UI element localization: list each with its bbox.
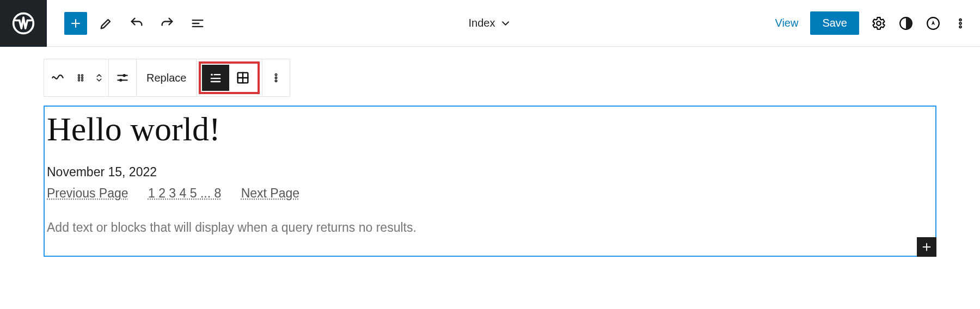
edit-tool-icon[interactable] (95, 12, 118, 35)
chevron-down-icon (499, 17, 511, 29)
display-settings-icon[interactable] (109, 61, 136, 94)
svg-point-10 (82, 77, 83, 79)
undo-icon[interactable] (125, 12, 148, 35)
template-name: Index (469, 17, 495, 29)
post-date[interactable]: November 15, 2022 (45, 165, 935, 184)
layout-toggle-highlight (199, 61, 260, 94)
drag-handle-icon[interactable] (71, 61, 90, 94)
view-link[interactable]: View (775, 17, 798, 29)
template-selector[interactable]: Index (469, 17, 512, 29)
svg-point-11 (78, 79, 80, 81)
svg-point-7 (78, 75, 80, 76)
pagination-prev[interactable]: Previous Page (47, 186, 128, 200)
query-loop-block-icon[interactable] (44, 61, 71, 94)
navigation-icon[interactable] (926, 16, 941, 31)
move-up-down-icon[interactable] (90, 61, 108, 94)
pagination-block[interactable]: Previous Page 1 2 3 4 5 ... 8 Next Page (45, 184, 935, 220)
no-results-placeholder[interactable]: Add text or blocks that will display whe… (45, 220, 935, 240)
post-title[interactable]: Hello world! (45, 107, 935, 165)
svg-point-5 (959, 22, 961, 24)
topbar-left-controls (64, 12, 209, 35)
styles-icon[interactable] (898, 16, 914, 31)
svg-point-12 (82, 79, 83, 81)
svg-point-6 (959, 26, 961, 28)
add-block-button[interactable] (64, 12, 87, 35)
wordpress-logo[interactable] (0, 0, 47, 47)
svg-point-14 (119, 79, 122, 82)
svg-point-0 (14, 13, 34, 33)
svg-point-17 (275, 74, 277, 76)
pagination-next[interactable]: Next Page (241, 186, 299, 200)
svg-point-19 (275, 80, 277, 82)
save-button[interactable]: Save (810, 11, 859, 35)
topbar-right-controls: View Save (775, 11, 980, 35)
grid-view-toggle[interactable] (229, 65, 256, 91)
svg-point-8 (82, 75, 83, 76)
editor-topbar: Index View Save (0, 0, 980, 47)
query-loop-block[interactable]: Hello world! November 15, 2022 Previous … (44, 106, 936, 257)
svg-point-18 (275, 77, 277, 78)
svg-point-9 (78, 77, 80, 79)
svg-point-15 (211, 73, 213, 76)
redo-icon[interactable] (156, 12, 179, 35)
svg-marker-3 (932, 20, 935, 25)
more-options-icon[interactable] (953, 16, 968, 31)
svg-point-13 (123, 74, 126, 77)
block-more-options-icon[interactable] (262, 61, 290, 94)
svg-point-4 (959, 18, 961, 21)
append-block-button[interactable] (917, 237, 936, 257)
block-toolbar: Replace (44, 59, 290, 97)
pagination-numbers[interactable]: 1 2 3 4 5 ... 8 (148, 186, 221, 200)
document-overview-icon[interactable] (186, 12, 209, 35)
settings-icon[interactable] (871, 16, 886, 31)
list-view-toggle[interactable] (202, 65, 229, 91)
replace-button[interactable]: Replace (137, 61, 196, 94)
